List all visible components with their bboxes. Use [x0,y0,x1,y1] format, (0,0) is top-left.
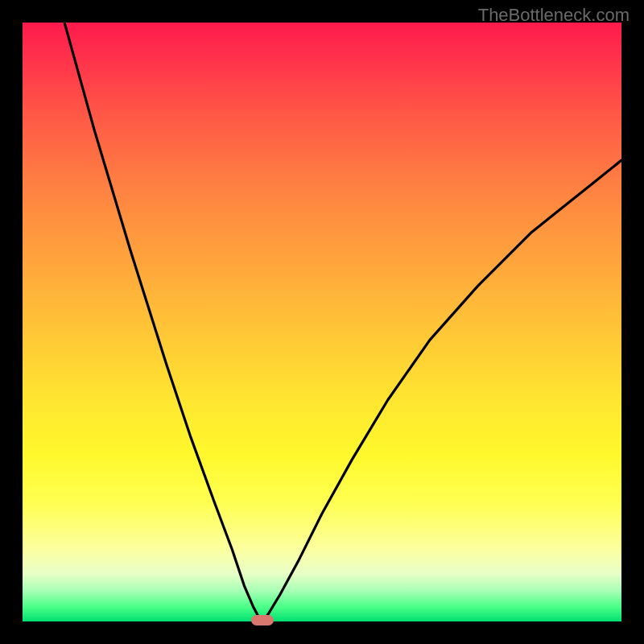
curve-svg [23,23,621,621]
plot-area [23,23,621,621]
minimum-marker [251,615,274,625]
watermark-text: TheBottleneck.com [478,5,630,26]
bottleneck-curve [64,23,621,621]
